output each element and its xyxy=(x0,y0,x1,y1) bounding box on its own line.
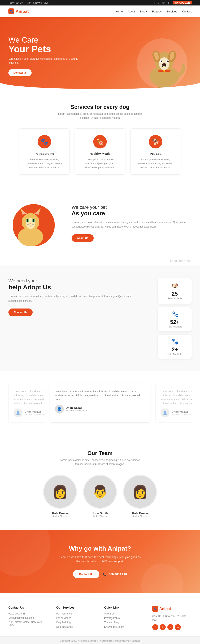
footer-service-3[interactable]: Dog Insurance xyxy=(56,626,96,628)
testimonial-text-0: Lorem ipsum dolor sit amet, consectetur … xyxy=(55,389,145,401)
service-spa-icon: 🐕 xyxy=(149,135,162,148)
hero-dog-image xyxy=(133,30,192,89)
footer-social: f t p in xyxy=(152,624,192,630)
cta-section: Why go with Anipat? Because we know that… xyxy=(0,530,200,593)
topbar-social: f p G+ in TOPCODE.VN xyxy=(152,1,192,4)
footer-service-1[interactable]: Pet surgeries xyxy=(56,616,96,620)
logo-icon: 🐾 xyxy=(8,8,14,14)
footer-quick-list: About Us Privacy Policy Training Blog Kn… xyxy=(104,612,144,628)
svg-point-14 xyxy=(163,64,165,65)
topbar-phone: +880 4654 28 xyxy=(8,2,23,4)
testimonial-card-0: Lorem ipsum dolor sit amet, consectetur … xyxy=(50,384,151,422)
footer-quick-2[interactable]: Training Blog xyxy=(104,621,144,624)
reviewer-hidden-info: Jhon Walker Head of Web Design xyxy=(25,410,45,416)
hero-cta-button[interactable]: Contact us xyxy=(8,69,31,76)
facebook-icon[interactable]: f xyxy=(155,1,155,4)
team-name-2: Kala Emaia xyxy=(123,512,157,515)
footer-service-0[interactable]: Pet Insurance xyxy=(56,612,96,615)
topbar: +880 4654 28 Mon - Sat 9:00 - 7:00 f p G… xyxy=(0,0,200,6)
about-button[interactable]: About Us xyxy=(72,234,94,242)
footer-quick-3[interactable]: Knowledge Share xyxy=(104,626,144,628)
reviewer-info-1: Jhon Walker Head of Web Design xyxy=(172,410,192,416)
reviewer-info-0: Jhon Walker Head of Web Design xyxy=(66,406,88,412)
testimonial-partial-left: Lorem ipsum dolor sit amet, consectetur … xyxy=(8,384,45,422)
service-boarding-icon: 🐾 xyxy=(38,135,51,148)
reviewer-role-1: Head of Web Design xyxy=(172,413,192,416)
testimonials-section: Lorem ipsum dolor sit amet, consectetur … xyxy=(0,371,200,435)
reviewer-role-0: Head of Web Design xyxy=(66,409,88,412)
footer-quick-1[interactable]: Privacy Policy xyxy=(104,616,144,620)
footer-service-2[interactable]: Dog Training xyxy=(56,621,96,624)
testimonial-card-hidden: Lorem ipsum dolor sit amet, consectetur … xyxy=(8,384,45,422)
service-spa-title: Pet Spa xyxy=(136,152,176,156)
testimonial-hidden-text: Lorem ipsum dolor sit amet, consectetur … xyxy=(14,389,45,405)
service-meals-icon: 🍖 xyxy=(93,135,107,148)
footer-bottom: Copyright ©2025 All rights reserved | Th… xyxy=(0,636,200,644)
reviewer-hidden: 👤 Jhon Walker Head of Web Design xyxy=(14,408,45,417)
adopt-button[interactable]: Contact Us xyxy=(8,308,33,316)
topcode-brand: TOPCODE.VN xyxy=(173,1,192,4)
reviewer-1: 👤 Jhon Walker Head of Web Design xyxy=(161,408,192,417)
nav-services[interactable]: Services xyxy=(167,10,177,13)
footer-logo-icon: 🐾 xyxy=(152,606,158,612)
footer-twitter-icon[interactable]: t xyxy=(160,624,166,630)
stat-paw-icon: 🐾 xyxy=(163,310,187,318)
nav-pages[interactable]: Pages xyxy=(152,10,162,13)
footer: Contact Us +010 0000 888 Demomail@gmail.… xyxy=(0,593,200,636)
stat-dog-icon: 🐶 xyxy=(164,282,185,289)
footer-quick-0[interactable]: About Us xyxy=(104,612,144,615)
footer-services-title: Our Services xyxy=(56,606,96,609)
footer-brand-address: 2267 1th St, New York NY 10002, USA xyxy=(152,614,192,622)
footer-pinterest-icon[interactable]: p xyxy=(167,624,173,630)
nav-home[interactable]: Home xyxy=(115,10,123,13)
nav-links: Home About Blog Pages Services Contact xyxy=(115,10,192,13)
adopt-text: We need your help Adopt Us Lorem ipsum d… xyxy=(8,278,145,316)
hero-line1: We Care xyxy=(8,36,88,44)
nav-blog[interactable]: Blog xyxy=(140,10,147,13)
copyright-text: Copyright ©2025 All rights reserved | Th… xyxy=(60,640,140,642)
hero-description: Lorem ipsum dolor sit amet, consectetur … xyxy=(8,57,88,65)
adopt-description: Lorem ipsum dolor sit amet, consectetur … xyxy=(8,294,145,303)
logo[interactable]: 🐾 Anipat xyxy=(8,8,29,14)
footer-facebook-icon[interactable]: f xyxy=(152,624,158,630)
svg-point-16 xyxy=(163,70,165,72)
about-image-wrap xyxy=(8,200,59,246)
svg-point-30 xyxy=(27,219,28,222)
service-card-boarding: 🐾 Pet Boarding Lorem ipsum dolor sit ame… xyxy=(19,128,70,174)
service-meals-title: Healthy Meals xyxy=(80,152,120,156)
stat-tertiary-number: 2+ xyxy=(163,346,187,353)
services-title: Services for every dog xyxy=(8,104,192,110)
cta-contact-button[interactable]: Contact Us xyxy=(73,570,99,578)
svg-point-33 xyxy=(33,220,33,220)
team-title: Our Team xyxy=(8,450,192,456)
svg-point-12 xyxy=(168,61,169,61)
pinterest-icon[interactable]: p xyxy=(158,1,159,4)
team-role-1: Junior Director xyxy=(83,515,117,518)
logo-text: Anipat xyxy=(15,9,29,14)
team-subtitle: Lorem ipsum dolor sit amet, consectetur … xyxy=(56,458,144,466)
team-role-0: Senior Director xyxy=(43,515,77,518)
footer-email: Demomail@gmail.com xyxy=(8,616,48,619)
footer-phone: +010 0000 888 xyxy=(8,612,48,615)
about-line2: As you care xyxy=(72,210,192,217)
nav-about[interactable]: About xyxy=(128,10,135,13)
cta-phone: 📞 +880 4654 216 xyxy=(103,572,127,576)
nav-contact[interactable]: Contact xyxy=(182,10,192,13)
topbar-hours: Mon - Sat 9:00 - 7:00 xyxy=(27,2,48,4)
reviewer-hidden-name: Jhon Walker xyxy=(25,410,45,413)
hero-section: We Care Your Pets Lorem ipsum dolor sit … xyxy=(0,17,200,89)
reviewer-name-0: Jhon Walker xyxy=(66,406,88,409)
footer-contact-col: Contact Us +010 0000 888 Demomail@gmail.… xyxy=(8,606,48,630)
team-name-0: Kala Emaia xyxy=(43,512,77,515)
footer-linkedin-icon[interactable]: in xyxy=(175,624,181,630)
footer-services-list: Pet Insurance Pet surgeries Dog Training… xyxy=(56,612,96,628)
hero-line2: Your Pets xyxy=(8,44,88,54)
team-avatar-0: 👩 xyxy=(43,475,77,508)
footer-brand-col: 🐾 Anipat 2267 1th St, New York NY 10002,… xyxy=(152,606,192,630)
service-card-meals: 🍖 Healthy Meals Lorem ipsum dolor sit am… xyxy=(75,128,125,174)
gplus-icon[interactable]: G+ xyxy=(162,1,166,4)
reviewer-hidden-avatar: 👤 xyxy=(14,408,22,417)
stat-secondary-number: 52+ xyxy=(163,319,187,325)
linkedin-icon[interactable]: in xyxy=(168,1,170,4)
team-member-2: 👩 Kala Emaia Senior Director xyxy=(123,475,157,518)
